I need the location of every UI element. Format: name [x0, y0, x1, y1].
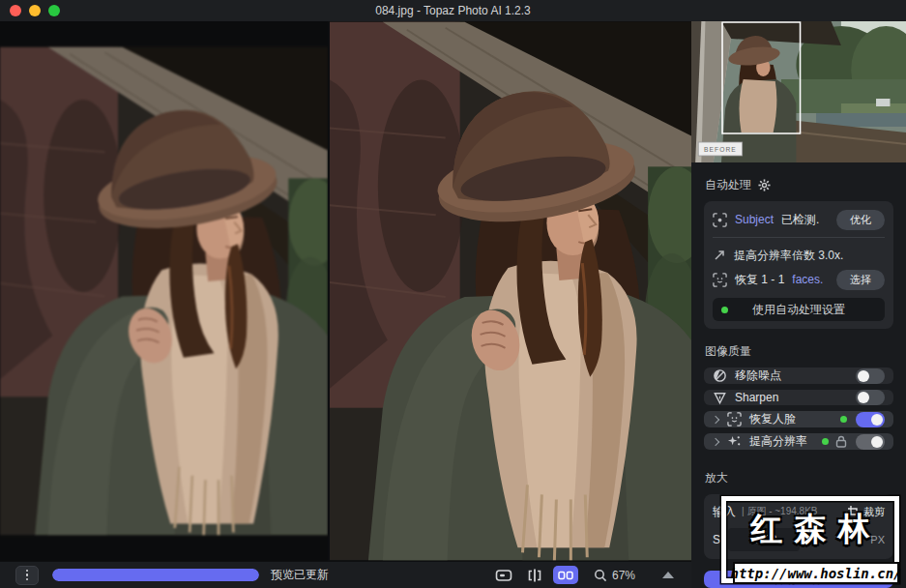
enlarge-header: 放大 — [705, 470, 892, 486]
subject-detected-row: Subject 已检测. 优化 — [713, 209, 885, 230]
quality-row-sharpen[interactable]: Sharpen — [704, 390, 893, 405]
faces-prefix: 恢复 1 - 1 — [735, 272, 784, 288]
denoise-icon — [713, 368, 727, 383]
sharpen-icon — [713, 391, 727, 405]
upscale-toggle[interactable] — [856, 434, 885, 450]
upscale-sparkle-icon — [727, 434, 742, 449]
quality-row-label: 移除噪点 — [735, 368, 781, 384]
single-view-icon[interactable] — [491, 566, 516, 584]
upscale-info-text: 提高分辨率倍数 3.0x. — [734, 248, 843, 264]
autopilot-header: 自动处理 — [705, 177, 892, 193]
card-divider — [713, 237, 885, 238]
optimize-button[interactable]: 优化 — [836, 210, 885, 230]
navigator-thumbnail[interactable]: BEFORE — [691, 21, 906, 162]
collapse-icon[interactable] — [662, 572, 674, 578]
zoom-window-button[interactable] — [48, 5, 60, 16]
lock-icon — [835, 435, 847, 448]
chevron-right-icon[interactable] — [712, 415, 719, 423]
side-by-side-view-icon[interactable] — [553, 566, 578, 584]
face-recovery-toggle[interactable] — [856, 412, 885, 427]
autopilot-card: Subject 已检测. 优化 提高分辨率倍数 3.0x. 恢复 1 - 1 — [704, 201, 893, 329]
upscale-info-row: 提高分辨率倍数 3.0x. — [713, 245, 885, 266]
green-status-dot — [840, 416, 847, 423]
quality-row-label: Sharpen — [735, 391, 778, 404]
zoom-control[interactable]: 67% — [594, 569, 635, 582]
watermark-url: http://www.hoslin.cn/ — [733, 562, 899, 584]
face-recovery-icon — [727, 412, 742, 426]
preview-canvas — [0, 21, 691, 561]
minimize-window-button[interactable] — [29, 5, 41, 16]
status-text: 预览已更新 — [271, 567, 329, 583]
select-faces-button[interactable]: 选择 — [836, 270, 885, 290]
kebab-menu-icon[interactable] — [15, 566, 39, 585]
upscale-arrow-icon — [713, 249, 726, 262]
gear-icon[interactable] — [758, 179, 771, 191]
size-prefix: S — [713, 533, 720, 546]
titlebar: 084.jpg - Topaz Photo AI 1.2.3 — [0, 0, 906, 21]
svg-text:BEFORE: BEFORE — [704, 146, 737, 153]
quality-header-label: 图像质量 — [705, 343, 751, 360]
quality-row-label: 恢复人脸 — [749, 411, 796, 427]
quality-row-denoise[interactable]: 移除噪点 — [704, 368, 893, 384]
split-view-icon[interactable] — [522, 566, 547, 584]
quality-row-upscale[interactable]: 提高分辨率 — [704, 433, 893, 450]
before-image-panel[interactable] — [0, 21, 328, 561]
chevron-right-icon[interactable] — [712, 437, 719, 445]
apply-autopilot-button[interactable]: 使用自动处理设置 — [713, 298, 885, 321]
denoise-toggle[interactable] — [856, 368, 885, 384]
apply-autopilot-label: 使用自动处理设置 — [752, 302, 845, 318]
quality-row-face-recovery[interactable]: 恢复人脸 — [704, 411, 893, 427]
before-badge: BEFORE — [698, 142, 742, 156]
subject-status: 已检测. — [781, 212, 819, 228]
quality-row-label: 提高分辨率 — [749, 433, 807, 450]
app-window: 084.jpg - Topaz Photo AI 1.2.3 预览已更新 — [0, 0, 906, 588]
window-title: 084.jpg - Topaz Photo AI 1.2.3 — [0, 4, 906, 17]
magnifier-icon — [594, 569, 607, 582]
subject-word: Subject — [735, 213, 774, 226]
green-status-dot — [721, 307, 728, 313]
after-image — [330, 21, 691, 561]
preview-progress-bar — [52, 569, 259, 581]
zoom-level: 67% — [612, 569, 635, 582]
navigator-image: BEFORE — [691, 21, 906, 162]
subject-detect-icon — [713, 213, 727, 227]
quality-header: 图像质量 — [705, 343, 892, 360]
autopilot-header-label: 自动处理 — [705, 177, 751, 193]
close-window-button[interactable] — [10, 5, 21, 16]
faces-row: 恢复 1 - 1 faces. 选择 — [713, 269, 885, 290]
green-status-dot — [822, 438, 829, 445]
watermark-overlay: 红森林 http://www.hoslin.cn/ — [721, 496, 899, 583]
enlarge-header-label: 放大 — [705, 470, 728, 486]
face-select-icon — [713, 273, 727, 287]
faces-word: faces. — [792, 273, 823, 286]
sharpen-toggle[interactable] — [856, 390, 885, 405]
status-bar: 预览已更新 67% — [0, 561, 691, 588]
watermark-title: 红森林 — [726, 508, 894, 551]
view-mode-group — [491, 566, 578, 584]
before-image — [0, 21, 328, 561]
traffic-lights — [10, 5, 60, 16]
after-image-panel[interactable] — [330, 21, 691, 561]
